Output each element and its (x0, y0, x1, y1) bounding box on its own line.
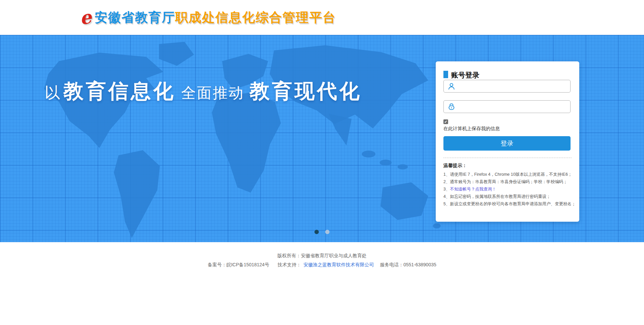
brand-title-orange: 职成处信息化综合管理平台 (175, 10, 336, 24)
brand-title-blue: 安徽省教育厅 (95, 10, 175, 24)
tip-item-2: 2、通常账号为：市县教育局：市县身份证编码；学校：学校编码； (443, 178, 572, 185)
carousel-dot-2[interactable] (325, 230, 330, 234)
username-input[interactable] (458, 80, 570, 92)
slogan-bold-1: 教育信息化 (63, 78, 176, 105)
carousel-dots (315, 230, 330, 234)
tip-item-5: 5、新设立或变更校名的学校可向各市教育局申请添加用户、变更校名； (443, 200, 572, 208)
tip-item-1: 1、请使用IE 7，Firefox 4，Chrome 10版本以上浏览器，不支持… (443, 171, 572, 178)
banner-slogan: 以 教育信息化 全面推动 教育现代化 (45, 78, 365, 105)
tip-item-3: 3、不知道帐号？点我查询！ (443, 185, 572, 193)
tips-title: 温馨提示： (443, 163, 572, 169)
tip-3-prefix: 3、 (443, 187, 450, 192)
login-card: 账号登录 ✔ 在此计算机上保存我的信息 登录 温馨提示： 1、请使用IE (436, 61, 579, 222)
app-header: e 安徽省教育厅职成处信息化综合管理平台 (0, 0, 644, 35)
world-map-image (18, 38, 444, 239)
brand-logo: e 安徽省教育厅职成处信息化综合管理平台 (80, 0, 336, 35)
tip-item-4: 4、如忘记密码，按属地联系所在市教育局进行密码重设； (443, 193, 572, 200)
tip-query-link[interactable]: 不知道帐号？点我查询！ (450, 187, 496, 192)
login-title-marker (443, 71, 448, 78)
page-footer: 版权所有：安徽省教育厅职业与成人教育处 备案号：皖ICP备15018124号 技… (0, 242, 644, 268)
beian-text: 备案号：皖ICP备15018124号 (208, 262, 269, 267)
support-link[interactable]: 安徽渔之蓝教育软件技术有限公司 (304, 262, 374, 267)
footer-info-line: 备案号：皖ICP备15018124号 技术支持：安徽渔之蓝教育软件技术有限公司 … (0, 262, 644, 268)
brand-title: 安徽省教育厅职成处信息化综合管理平台 (95, 9, 336, 26)
carousel-dot-1[interactable] (315, 230, 319, 234)
username-field (443, 80, 571, 93)
slogan-bold-2: 教育现代化 (250, 78, 362, 105)
password-field (443, 100, 571, 113)
slogan-middle: 全面推动 (181, 83, 244, 103)
remember-label: 在此计算机上保存我的信息 (443, 126, 572, 132)
remember-checkbox[interactable]: ✔ (443, 119, 448, 124)
lock-icon (447, 103, 455, 111)
divider (443, 158, 572, 158)
phone-text: 服务电话：0551-63890035 (380, 262, 436, 267)
password-input[interactable] (458, 101, 570, 113)
tips-list: 1、请使用IE 7，Firefox 4，Chrome 10版本以上浏览器，不支持… (443, 171, 572, 208)
copyright-line: 版权所有：安徽省教育厅职业与成人教育处 (0, 253, 644, 259)
hero-banner: 以 教育信息化 全面推动 教育现代化 账号登录 ✔ 在此 (0, 35, 644, 242)
remember-row: ✔ 在此计算机上保存我的信息 (443, 118, 572, 132)
login-title: 账号登录 (443, 70, 572, 80)
login-title-row: 账号登录 (443, 61, 572, 80)
login-button[interactable]: 登录 (443, 136, 571, 151)
user-icon (447, 82, 455, 90)
support-label: 技术支持：安徽渔之蓝教育软件技术有限公司 (275, 262, 374, 267)
slogan-prefix: 以 (45, 83, 60, 103)
e-logo-icon: e (78, 8, 93, 27)
